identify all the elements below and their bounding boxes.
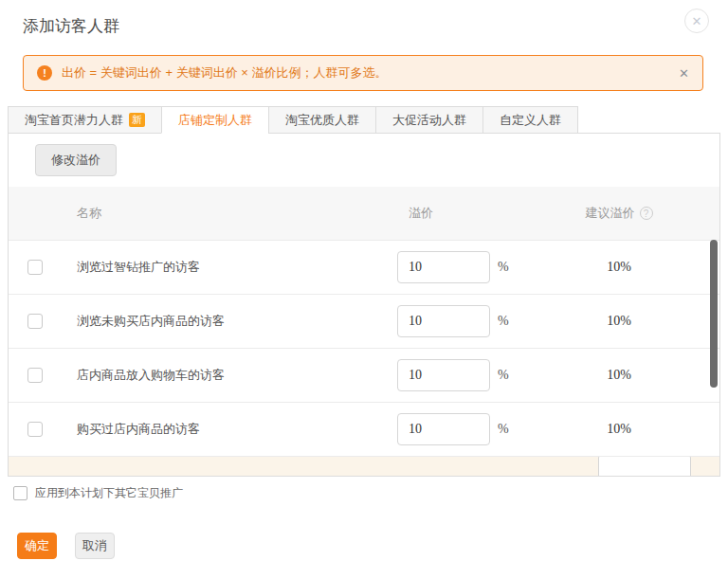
partial-premium-column	[582, 457, 719, 477]
audience-panel: 修改溢价 名称 溢价 建议溢价 ? 浏览过智钻推广的访客%10%浏览未购买店内商…	[8, 134, 720, 477]
alert-text: 出价 = 关键词出价 + 关键词出价 × 溢价比例；人群可多选。	[62, 64, 387, 81]
tab-label: 店铺定制人群	[178, 112, 252, 129]
row-checkbox[interactable]	[27, 314, 43, 329]
premium-input[interactable]	[397, 251, 490, 283]
tab-custom-audience[interactable]: 自定义人群	[482, 106, 578, 134]
audience-name: 浏览未购买店内商品的访客	[62, 313, 381, 330]
cancel-button[interactable]: 取消	[75, 533, 115, 559]
audience-name: 浏览过智钻推广的访客	[62, 259, 381, 276]
confirm-button[interactable]: 确定	[17, 533, 57, 559]
premium-input[interactable]	[397, 305, 490, 337]
table-row: 购买过店内商品的访客%10%	[9, 402, 719, 456]
row-checkbox[interactable]	[27, 368, 43, 383]
table-row: 浏览过智钻推广的访客%10%	[9, 240, 719, 294]
header-suggested-label: 建议溢价	[586, 205, 635, 222]
warning-icon: !	[37, 65, 52, 81]
dialog-title: 添加访客人群	[23, 15, 119, 37]
table-row: 浏览未购买店内商品的访客%10%	[9, 294, 719, 348]
tab-shop-custom[interactable]: 店铺定制人群	[161, 106, 269, 134]
apply-label: 应用到本计划下其它宝贝推广	[35, 485, 183, 501]
table-row: 店内商品放入购物车的访客%10%	[9, 348, 719, 402]
tab-taobao-homepage-potential[interactable]: 淘宝首页潜力人群新	[8, 106, 162, 134]
header-suggested: 建议溢价 ?	[519, 205, 719, 222]
table-body: 浏览过智钻推广的访客%10%浏览未购买店内商品的访客%10%店内商品放入购物车的…	[9, 240, 719, 456]
partial-name-column	[62, 457, 582, 477]
alert-close-icon[interactable]: ✕	[679, 66, 689, 81]
tab-label: 大促活动人群	[392, 112, 466, 129]
scrollbar-thumb[interactable]	[710, 240, 718, 388]
partial-checkbox-column	[9, 457, 62, 477]
new-badge: 新	[129, 113, 145, 127]
close-icon: ✕	[692, 14, 702, 28]
header-premium: 溢价	[381, 205, 519, 222]
header-name: 名称	[62, 205, 381, 222]
dialog-close-button[interactable]: ✕	[684, 9, 709, 33]
add-visitor-audience-dialog: 添加访客人群 ✕ ! 出价 = 关键词出价 + 关键词出价 × 溢价比例；人群可…	[0, 0, 728, 579]
tab-promo-activity[interactable]: 大促活动人群	[375, 106, 483, 134]
table-row-partial	[9, 456, 719, 477]
help-icon[interactable]: ?	[640, 207, 653, 220]
percent-unit: %	[498, 368, 509, 383]
row-checkbox[interactable]	[27, 260, 43, 275]
premium-input[interactable]	[397, 359, 490, 391]
panel-toolbar: 修改溢价	[9, 134, 719, 187]
row-checkbox[interactable]	[27, 422, 43, 437]
suggested-premium: 10%	[607, 368, 631, 383]
suggested-premium: 10%	[607, 260, 631, 275]
audience-name: 购买过店内商品的访客	[62, 421, 381, 438]
table-header: 名称 溢价 建议溢价 ?	[9, 187, 719, 240]
tab-label: 淘宝优质人群	[285, 112, 359, 129]
suggested-premium: 10%	[607, 422, 631, 437]
alert-banner: ! 出价 = 关键词出价 + 关键词出价 × 溢价比例；人群可多选。 ✕	[23, 55, 703, 91]
apply-checkbox[interactable]	[13, 486, 27, 500]
percent-unit: %	[498, 422, 509, 437]
suggested-premium: 10%	[607, 314, 631, 329]
tab-taobao-quality[interactable]: 淘宝优质人群	[268, 106, 376, 134]
tab-label: 淘宝首页潜力人群	[25, 112, 123, 129]
premium-input[interactable]	[397, 413, 490, 445]
edit-premium-button[interactable]: 修改溢价	[35, 144, 117, 176]
dialog-actions: 确定 取消	[17, 533, 115, 559]
apply-to-plan-option[interactable]: 应用到本计划下其它宝贝推广	[13, 485, 183, 501]
premium-input[interactable]	[598, 456, 691, 477]
percent-unit: %	[498, 260, 509, 275]
tab-bar: 淘宝首页潜力人群新店铺定制人群淘宝优质人群大促活动人群自定义人群	[8, 106, 720, 134]
tab-label: 自定义人群	[500, 112, 561, 129]
audience-name: 店内商品放入购物车的访客	[62, 367, 381, 384]
percent-unit: %	[498, 314, 509, 329]
